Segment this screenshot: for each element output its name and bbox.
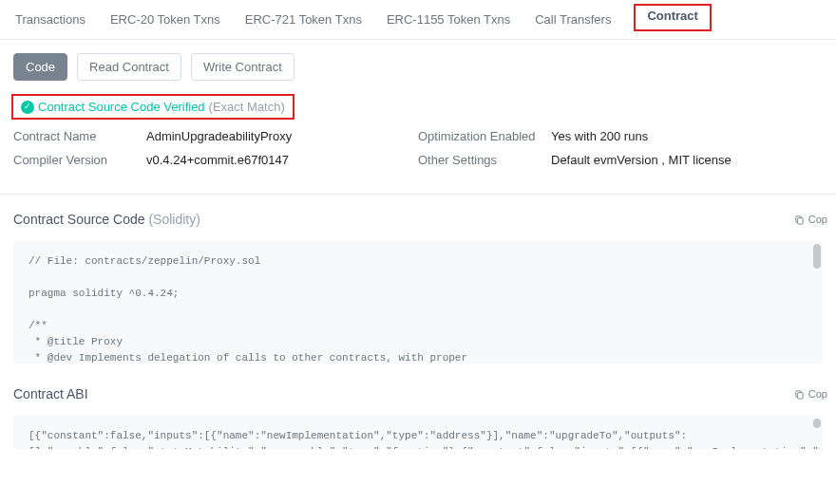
tab-contract[interactable]: Contract: [645, 7, 699, 25]
compiler-label: Compiler Version: [13, 153, 146, 167]
tab-erc1155[interactable]: ERC-1155 Token Txns: [385, 10, 512, 28]
tab-call-transfers[interactable]: Call Transfers: [533, 10, 613, 28]
source-code-box[interactable]: // File: contracts/zeppelin/Proxy.sol pr…: [13, 240, 823, 364]
optimization-label: Optimization Enabled: [418, 129, 551, 143]
source-code-section: Contract Source Code (Solidity) Cop // F…: [0, 195, 836, 369]
copy-icon: [794, 215, 805, 225]
verified-text: Contract Source Code Verified: [38, 100, 205, 114]
other-settings-value: Default evmVersion , MIT license: [551, 153, 732, 167]
contract-subnav: Code Read Contract Write Contract: [0, 40, 836, 94]
tab-erc20[interactable]: ERC-20 Token Txns: [108, 10, 222, 28]
abi-title: Contract ABI: [13, 386, 823, 401]
read-contract-button[interactable]: Read Contract: [77, 53, 181, 81]
write-contract-button[interactable]: Write Contract: [191, 53, 294, 81]
verified-match: (Exact Match): [209, 100, 285, 114]
check-circle-icon: ✓: [21, 101, 34, 114]
optimization-value: Yes with 200 runs: [551, 129, 648, 143]
svg-rect-3: [797, 392, 803, 398]
abi-code-box[interactable]: [{"constant":false,"inputs":[{"name":"ne…: [13, 415, 823, 449]
compiler-value: v0.4.24+commit.e67f0147: [146, 153, 289, 167]
verified-highlight: ✓ Contract Source Code Verified (Exact M…: [11, 94, 294, 120]
svg-rect-1: [797, 217, 803, 223]
source-code-title: Contract Source Code (Solidity): [13, 212, 823, 227]
tab-contract-highlight: Contract: [634, 4, 711, 31]
contract-name-value: AdminUpgradeabilityProxy: [146, 129, 292, 143]
copy-icon: [794, 389, 805, 400]
main-tabs: Transactions ERC-20 Token Txns ERC-721 T…: [0, 0, 836, 40]
abi-section: Contract ABI Cop [{"constant":false,"inp…: [0, 369, 836, 455]
contract-name-label: Contract Name: [13, 129, 146, 143]
scrollbar-thumb[interactable]: [813, 244, 821, 269]
copy-source-button[interactable]: Cop: [794, 214, 827, 225]
copy-abi-button[interactable]: Cop: [794, 388, 827, 400]
tab-erc721[interactable]: ERC-721 Token Txns: [243, 10, 364, 28]
code-button[interactable]: Code: [13, 53, 67, 81]
tab-transactions[interactable]: Transactions: [13, 10, 87, 28]
other-settings-label: Other Settings: [418, 153, 551, 167]
scrollbar-thumb[interactable]: [813, 419, 821, 428]
